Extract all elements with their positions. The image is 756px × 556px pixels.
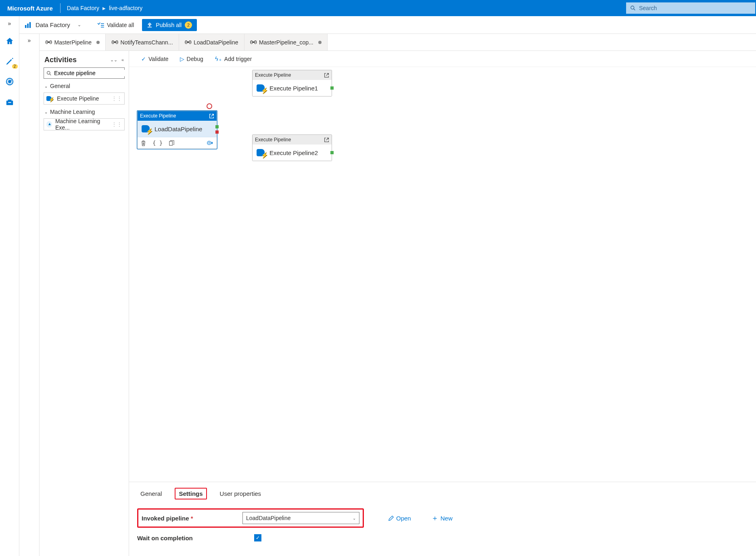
command-bar: Data Factory ⌄ Validate all Publish all …	[19, 16, 756, 34]
svg-line-15	[50, 74, 51, 75]
category-label: General	[50, 83, 70, 89]
check-icon: ✓	[141, 56, 146, 62]
open-label: Open	[396, 515, 411, 522]
wait-on-completion-checkbox[interactable]: ✓	[254, 534, 261, 541]
factory-picker[interactable]: Data Factory ⌄	[24, 21, 81, 29]
breadcrumb: Data Factory ▶ live-adfactory	[61, 5, 149, 11]
chevron-right-icon: ▶	[102, 6, 106, 10]
node-execute-pipeline-1[interactable]: Execute Pipeline ⚡ Execute Pipeline1	[252, 70, 332, 97]
rail-home[interactable]	[3, 35, 16, 48]
open-external-icon[interactable]	[209, 113, 214, 119]
plus-icon: ＋	[431, 515, 439, 521]
play-icon: ▷	[180, 56, 184, 62]
collapse-all-icon[interactable]: ⌄⌄	[110, 57, 117, 63]
global-search[interactable]	[626, 2, 755, 14]
drag-grip-icon: ⋮⋮	[111, 121, 122, 128]
activity-execute-pipeline[interactable]: ⚡ Execute Pipeline ⋮⋮	[44, 92, 125, 105]
svg-rect-10	[29, 22, 31, 27]
search-icon	[46, 71, 52, 76]
rail-monitor[interactable]	[3, 75, 16, 88]
add-activity-icon[interactable]	[207, 140, 213, 146]
open-external-icon[interactable]	[324, 137, 329, 143]
debug-button[interactable]: ▷ Debug	[180, 56, 203, 62]
new-label: New	[441, 515, 453, 522]
tab-general[interactable]: General	[137, 489, 165, 499]
failure-port[interactable]	[215, 130, 219, 134]
svg-rect-8	[25, 25, 27, 28]
publish-all-button[interactable]: Publish all 2	[142, 19, 197, 31]
tab-notify-teams[interactable]: 0•0 NotifyTeamsChann...	[106, 34, 179, 50]
node-load-data-pipeline[interactable]: Execute Pipeline ⚡ LoadDataPipeline	[137, 111, 217, 149]
validate-button[interactable]: ✓ Validate	[141, 56, 169, 62]
category-label: Machine Learning	[50, 109, 95, 115]
success-port[interactable]	[215, 125, 219, 128]
pipeline-canvas[interactable]: Execute Pipeline ⚡ LoadDataPipeline	[129, 67, 756, 482]
node-execute-pipeline-2[interactable]: Execute Pipeline ⚡ Execute Pipeline2	[252, 134, 332, 161]
debug-label: Debug	[187, 56, 203, 62]
execute-pipeline-icon: ⚡	[142, 125, 151, 133]
rail-expand[interactable]: »	[3, 19, 16, 27]
pipeline-icon: 0•0	[250, 39, 256, 45]
breakpoint-icon[interactable]	[207, 103, 212, 109]
rail-author-badge: 2	[12, 64, 18, 69]
new-pipeline-link[interactable]: ＋ New	[431, 515, 453, 522]
svg-point-0	[631, 6, 634, 9]
rail-author[interactable]: 2	[3, 55, 16, 68]
chevron-down-icon: ⌄	[77, 22, 81, 27]
wait-on-completion-label: Wait on completion	[137, 535, 193, 541]
activity-ml-execute[interactable]: Machine Learning Exe... ⋮⋮	[44, 118, 125, 130]
publish-count-badge: 2	[185, 21, 192, 29]
node-name: LoadDataPipeline	[155, 126, 202, 132]
breadcrumb-service[interactable]: Data Factory	[67, 5, 99, 11]
node-name: Execute Pipeline2	[269, 149, 318, 156]
svg-rect-6	[8, 100, 11, 101]
designer-tabs: 0•0 MasterPipeline 0•0 NotifyTeamsChann.…	[40, 34, 756, 51]
validate-all-button[interactable]: Validate all	[95, 20, 136, 30]
activities-pane: Activities ⌄⌄ « ⌄ General	[40, 51, 129, 556]
properties-panel: General Settings User properties Invoked…	[129, 482, 756, 556]
activity-search-input[interactable]	[54, 70, 125, 76]
activity-search[interactable]	[44, 67, 125, 79]
activity-category-ml[interactable]: ⌄ Machine Learning	[40, 105, 129, 117]
execute-pipeline-icon: ⚡	[257, 149, 266, 157]
properties-tabs: General Settings User properties	[137, 488, 748, 499]
svg-line-1	[634, 9, 635, 10]
tab-label: MasterPipeline_cop...	[259, 39, 313, 46]
tab-user-properties[interactable]: User properties	[217, 489, 265, 499]
node-type-label: Execute Pipeline	[255, 72, 291, 78]
tab-settings[interactable]: Settings	[175, 488, 207, 499]
factory-icon	[24, 21, 32, 29]
copy-icon[interactable]	[169, 140, 174, 146]
node-type-label: Execute Pipeline	[255, 137, 291, 143]
invoked-pipeline-select[interactable]: LoadDataPipeline ⌄	[242, 512, 359, 524]
tab-load-data[interactable]: 0•0 LoadDataPipeline	[179, 34, 244, 50]
tab-label: LoadDataPipeline	[194, 39, 238, 46]
activity-category-general[interactable]: ⌄ General	[40, 79, 129, 91]
collapse-pane-icon[interactable]: «	[121, 57, 124, 63]
open-external-icon[interactable]	[324, 73, 329, 78]
delete-icon[interactable]	[141, 140, 146, 146]
success-port[interactable]	[330, 86, 334, 90]
explorer-collapsed[interactable]: »	[19, 34, 40, 556]
add-trigger-button[interactable]: ϟ₊ Add trigger	[215, 55, 252, 63]
tab-master-pipeline[interactable]: 0•0 MasterPipeline	[40, 34, 106, 50]
publish-all-label: Publish all	[156, 22, 182, 28]
validate-all-label: Validate all	[107, 22, 134, 28]
tab-master-copy[interactable]: 0•0 MasterPipeline_cop...	[244, 34, 328, 50]
dirty-indicator-icon	[96, 41, 100, 44]
chevron-double-right-icon: »	[28, 37, 31, 44]
designer-toolbar: ✓ Validate ▷ Debug ϟ₊ Add trigger	[129, 51, 756, 67]
code-icon[interactable]: { }	[152, 140, 163, 146]
svg-rect-9	[27, 23, 29, 28]
drag-grip-icon: ⋮⋮	[111, 95, 122, 102]
chevron-down-icon: ⌄	[44, 84, 48, 88]
success-port[interactable]	[330, 151, 334, 154]
rail-manage[interactable]	[3, 95, 16, 108]
global-search-input[interactable]	[639, 5, 751, 11]
breadcrumb-resource[interactable]: live-adfactory	[109, 5, 142, 11]
svg-point-14	[47, 71, 50, 74]
chevron-double-right-icon: »	[8, 20, 11, 27]
invoked-pipeline-label: Invoked pipeline	[142, 515, 189, 522]
dirty-indicator-icon	[318, 41, 322, 44]
open-pipeline-link[interactable]: Open	[388, 515, 411, 522]
